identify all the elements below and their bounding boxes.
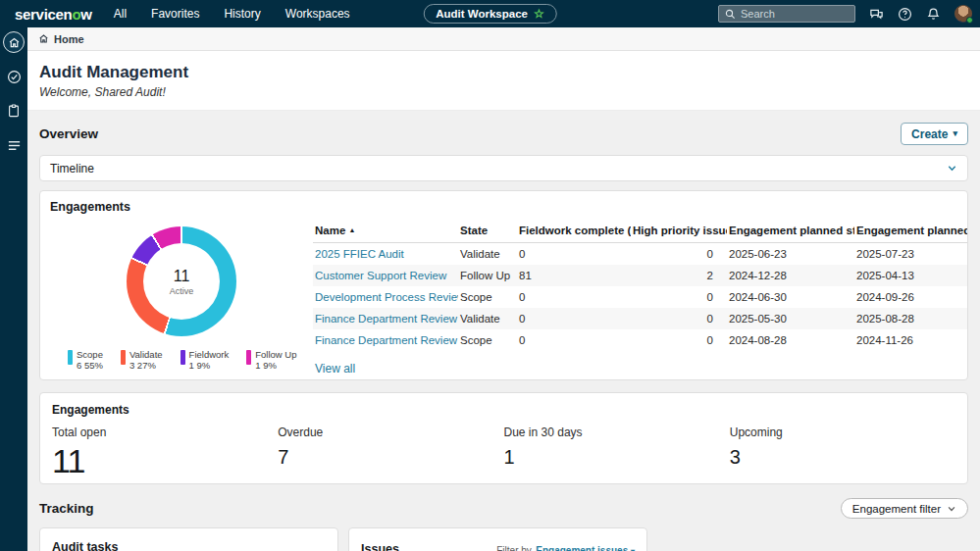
legend-swatch — [181, 350, 185, 365]
help-icon[interactable] — [898, 7, 912, 22]
stat-overdue: Overdue 7 — [278, 426, 503, 480]
rail-home-button[interactable] — [3, 31, 25, 53]
audit-tasks-title: Audit tasks — [52, 540, 118, 551]
engagement-issues: 0 — [631, 286, 727, 308]
engagement-issues: 0 — [631, 308, 727, 329]
issues-card: Issues Filter by Engagement issues ▾ — [348, 527, 647, 551]
check-circle-icon — [7, 70, 22, 84]
page-header: Audit Management Welcome, Shared Audit! — [27, 51, 980, 111]
stat-upcoming: Upcoming 3 — [730, 426, 955, 480]
engagement-name-link[interactable]: Finance Department Review Q2 — [313, 329, 458, 351]
engagements-table: Name ▲ State Fieldwork complete (%) High… — [313, 221, 968, 351]
engagement-end: 2025-08-28 — [854, 308, 968, 329]
timeline-panel[interactable]: Timeline — [39, 155, 968, 181]
legend-swatch — [246, 350, 251, 365]
engagement-fieldwork: 81 — [517, 265, 631, 286]
engagement-name-link[interactable]: Finance Department Review Q1 — [315, 313, 458, 325]
stat-upcoming-value: 3 — [730, 446, 955, 469]
chevron-down-icon[interactable] — [947, 163, 957, 174]
legend-value: 1 9% — [189, 360, 230, 371]
engagement-fieldwork: 0 — [517, 286, 631, 308]
create-button[interactable]: Create ▾ — [901, 123, 968, 145]
legend-item[interactable]: Follow Up1 9% — [246, 349, 296, 372]
nav-item-history[interactable]: History — [224, 7, 260, 21]
nav-item-workspaces[interactable]: Workspaces — [285, 7, 350, 21]
col-fieldwork[interactable]: Fieldwork complete (%) — [517, 221, 631, 243]
engagements-table-section: Name ▲ State Fieldwork complete (%) High… — [313, 214, 955, 376]
nav-item-all[interactable]: All — [114, 7, 127, 21]
engagement-name-link[interactable]: 2025 FFIEC Audit — [315, 248, 404, 260]
main-content: Home Audit Management Welcome, Shared Au… — [27, 27, 980, 551]
legend-label: Fieldwork — [189, 349, 230, 360]
engagements-summary-card: Engagements Total open 11 Overdue 7 Due … — [39, 392, 968, 484]
sort-asc-icon: ▲ — [349, 226, 356, 233]
engagement-row: Finance Department Review Q1Validate0020… — [313, 308, 968, 329]
engagement-state: Scope — [458, 286, 517, 308]
engagement-name-link[interactable]: Customer Support Review — [313, 265, 458, 286]
donut-center-label: Active — [170, 286, 194, 296]
global-search[interactable] — [718, 5, 855, 23]
stat-total-open-value: 11 — [52, 442, 278, 480]
donut-center: 11 Active — [143, 243, 220, 320]
col-planned-start[interactable]: Engagement planned start — [727, 221, 854, 243]
engagement-end: 2024-09-26 — [854, 286, 968, 308]
legend-item[interactable]: Fieldwork1 9% — [181, 349, 230, 372]
engagement-issues: 0 — [631, 329, 727, 351]
donut-legend: Scope6 55%Validate3 27%Fieldwork1 9%Foll… — [68, 349, 313, 372]
legend-item[interactable]: Scope6 55% — [68, 349, 103, 372]
user-avatar[interactable] — [954, 5, 972, 23]
rail-list-button[interactable] — [3, 134, 25, 156]
breadcrumb: Home — [27, 27, 980, 51]
engagement-filter-button[interactable]: Engagement filter — [841, 498, 968, 519]
nav-item-favorites[interactable]: Favorites — [151, 7, 199, 21]
chat-icon[interactable] — [869, 7, 884, 22]
legend-swatch — [121, 350, 126, 365]
favorite-star-icon[interactable]: ☆ — [534, 8, 544, 20]
engagements-table-header: Name ▲ State Fieldwork complete (%) High… — [313, 221, 968, 243]
engagements-table-body: 2025 FFIEC AuditValidate002025-06-232025… — [313, 243, 968, 352]
engagement-name-link[interactable]: Finance Department Review Q2 — [315, 334, 458, 346]
engagement-fieldwork: 0 — [517, 243, 631, 266]
engagement-start: 2025-05-30 — [727, 308, 854, 329]
stat-due-30-value: 1 — [504, 446, 730, 469]
engagement-start: 2024-06-30 — [727, 286, 854, 308]
audit-workspace-page: servicenow All Favorites History Workspa… — [0, 0, 980, 551]
issues-filter-by-label: Filter by — [496, 545, 532, 551]
home-icon — [8, 36, 21, 49]
engagement-name-link[interactable]: Finance Department Review Q1 — [313, 308, 458, 329]
audit-tasks-card: Audit tasks — [39, 527, 338, 551]
rail-tasks-button[interactable] — [3, 66, 25, 87]
presence-indicator — [966, 17, 973, 24]
rail-audits-button[interactable] — [3, 100, 25, 122]
engagement-name-link[interactable]: Development Process Review — [315, 291, 458, 303]
legend-value: 3 27% — [129, 360, 163, 371]
engagement-name-link[interactable]: Development Process Review — [313, 286, 458, 308]
view-all-link[interactable]: View all — [315, 362, 355, 376]
engagement-row: Development Process ReviewScope002024-06… — [313, 286, 968, 308]
welcome-message: Welcome, Shared Audit! — [39, 85, 980, 99]
legend-item[interactable]: Validate3 27% — [121, 349, 163, 372]
home-breadcrumb-icon — [38, 33, 49, 44]
overview-heading: Overview — [39, 126, 98, 141]
donut-total: 11 — [174, 268, 190, 285]
issues-filter-link[interactable]: Engagement issues ▾ — [536, 545, 635, 551]
engagement-name-link[interactable]: Customer Support Review — [315, 270, 446, 281]
col-high-priority[interactable]: High priority issues — [631, 221, 727, 243]
engagement-start: 2024-12-28 — [727, 265, 854, 286]
servicenow-logo[interactable]: servicenow — [15, 6, 92, 23]
notifications-icon[interactable] — [926, 7, 941, 22]
engagement-name-link[interactable]: 2025 FFIEC Audit — [313, 243, 458, 266]
list-icon — [7, 138, 22, 153]
engagement-issues: 2 — [631, 265, 727, 286]
col-planned-end[interactable]: Engagement planned end — [854, 221, 968, 243]
breadcrumb-home[interactable]: Home — [54, 33, 84, 45]
workspace-tab-label: Audit Workspace — [436, 8, 528, 20]
col-name[interactable]: Name ▲ — [313, 221, 458, 243]
issues-title: Issues — [361, 542, 399, 551]
search-input[interactable] — [741, 8, 849, 20]
workspace-tab[interactable]: Audit Workspace ☆ — [423, 4, 557, 24]
col-state[interactable]: State — [458, 221, 517, 243]
stat-overdue-value: 7 — [278, 446, 503, 469]
search-icon — [725, 9, 736, 20]
legend-label: Follow Up — [255, 349, 296, 360]
